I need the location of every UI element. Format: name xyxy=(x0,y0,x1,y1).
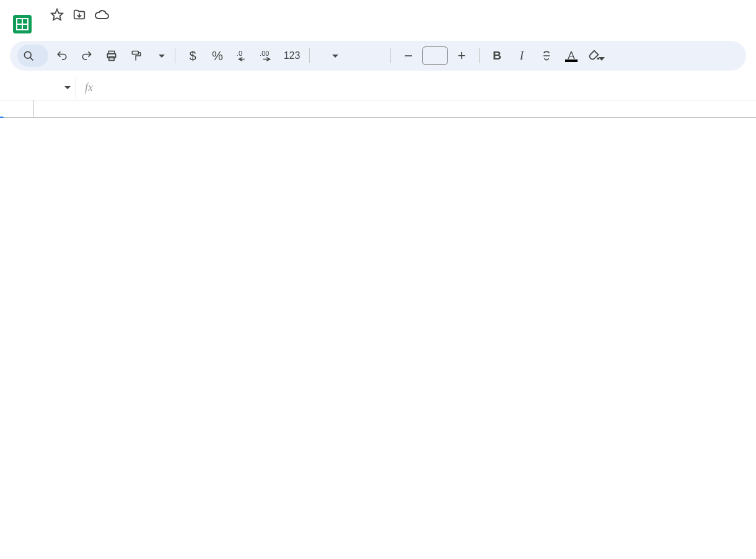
font-size-input[interactable] xyxy=(422,46,448,65)
bold-button[interactable]: B xyxy=(486,45,508,67)
strikethrough-button[interactable] xyxy=(535,45,558,67)
decrease-font-size-button[interactable]: − xyxy=(397,45,420,67)
fx-icon: fx xyxy=(76,76,102,100)
select-all-corner[interactable] xyxy=(0,100,34,117)
chevron-down-icon xyxy=(64,86,71,89)
fill-color-button[interactable] xyxy=(585,45,607,67)
formula-bar-row: fx xyxy=(0,76,756,100)
redo-button[interactable] xyxy=(76,45,98,67)
paint-format-button[interactable] xyxy=(125,45,147,67)
increase-font-size-button[interactable]: + xyxy=(451,45,473,67)
svg-text:.00: .00 xyxy=(260,50,269,57)
zoom-select[interactable] xyxy=(150,55,169,58)
svg-line-6 xyxy=(30,58,33,61)
menus-search-button[interactable] xyxy=(17,45,48,67)
separator xyxy=(390,48,391,63)
svg-text:.0: .0 xyxy=(237,50,242,57)
cloud-status-icon[interactable] xyxy=(94,7,109,22)
undo-button[interactable] xyxy=(51,45,73,67)
spreadsheet-grid[interactable] xyxy=(0,100,756,118)
sheets-logo[interactable] xyxy=(10,7,35,41)
currency-button[interactable]: $ xyxy=(182,45,204,67)
move-icon[interactable] xyxy=(72,7,87,22)
print-button[interactable] xyxy=(100,45,123,67)
name-box[interactable] xyxy=(7,86,76,89)
column-headers xyxy=(0,100,756,118)
separator xyxy=(479,48,480,63)
decrease-decimal-button[interactable]: .0 xyxy=(231,45,253,67)
app-header xyxy=(0,0,756,41)
star-icon[interactable] xyxy=(50,7,64,22)
separator xyxy=(175,48,175,63)
separator xyxy=(309,48,310,63)
chevron-down-icon xyxy=(332,55,338,58)
menubar xyxy=(40,25,109,31)
toolbar: $ % .0 .00 123 − + B I A xyxy=(10,41,746,71)
svg-marker-4 xyxy=(51,9,63,20)
percent-button[interactable]: % xyxy=(206,45,229,67)
increase-decimal-button[interactable]: .00 xyxy=(256,45,278,67)
svg-point-5 xyxy=(24,51,31,58)
more-formats-button[interactable]: 123 xyxy=(281,45,303,67)
svg-rect-10 xyxy=(132,51,138,55)
chevron-down-icon xyxy=(159,55,165,58)
text-color-button[interactable]: A xyxy=(560,45,582,67)
font-select[interactable] xyxy=(316,55,384,58)
italic-button[interactable]: I xyxy=(511,45,533,67)
